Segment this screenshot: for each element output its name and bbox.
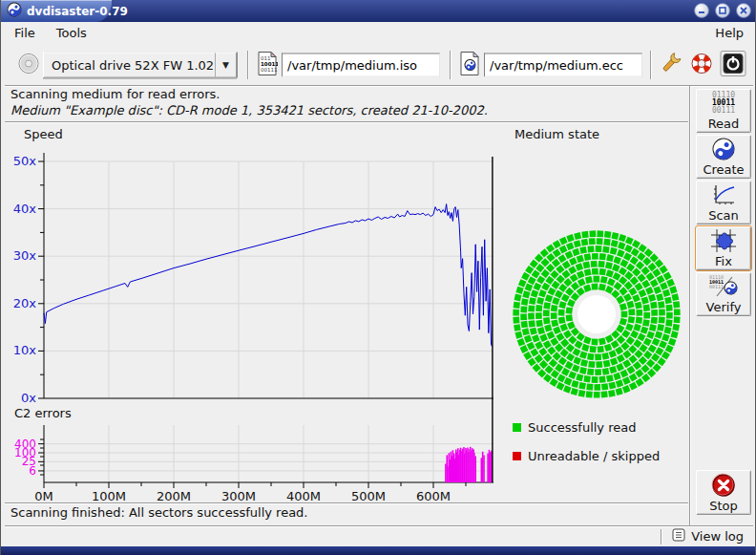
maximize-icon	[718, 6, 727, 15]
window-title: dvdisaster-0.79	[27, 5, 128, 18]
separator	[5, 502, 688, 504]
menu-help[interactable]: Help	[713, 24, 746, 42]
status-line-medium-info: Medium "Example disc": CD-R mode 1, 3534…	[10, 103, 688, 117]
statusbar: View log	[5, 525, 753, 546]
legend-item-unreadable: Unreadable / skipped	[513, 448, 660, 463]
svg-text:500M: 500M	[351, 489, 386, 502]
read-binary-icon: 011101001100111	[697, 90, 750, 117]
menu-tools[interactable]: Tools	[54, 24, 89, 42]
minimize-icon	[697, 6, 706, 15]
legend-item-read: Successfully read	[513, 419, 660, 435]
status-header: Scanning medium for read errors. Medium …	[5, 87, 688, 121]
stop-button-label: Stop	[709, 499, 738, 513]
scan-button-label: Scan	[708, 208, 739, 223]
svg-text:600M: 600M	[416, 489, 451, 502]
verify-compare-icon: 011101001100111	[697, 273, 750, 300]
minimize-button[interactable]	[694, 3, 709, 18]
toolbar-separator	[247, 51, 249, 79]
title-tab: dvdisaster-0.79	[1, 0, 112, 22]
action-sidebar: 011101001100111 Read Create Scan	[690, 86, 753, 525]
toolbar-separator	[450, 51, 452, 79]
optical-disc-icon	[18, 53, 39, 76]
svg-text:200M: 200M	[157, 489, 191, 502]
app-logo-yinyang-icon	[7, 2, 22, 20]
fix-button[interactable]: Fix	[696, 226, 751, 270]
verify-button[interactable]: 011101001100111 Verify	[696, 272, 751, 316]
legend-swatch-red	[513, 452, 521, 460]
svg-text:300M: 300M	[221, 489, 256, 502]
drive-selector[interactable]: Optical drive 52X FW 1.02 ▼	[43, 52, 237, 77]
toolbar: Optical drive 52X FW 1.02 ▼ 011 10011 00…	[5, 44, 753, 85]
create-button[interactable]: Create	[696, 135, 751, 179]
ecc-path-input[interactable]	[484, 53, 642, 76]
app-window: dvdisaster-0.79 File Tools Help Optical …	[0, 0, 756, 555]
svg-text:400: 400	[14, 438, 36, 451]
medium-state-legend: Successfully read Unreadable / skipped	[513, 419, 660, 477]
svg-text:20x: 20x	[13, 296, 37, 310]
quit-power-button[interactable]	[720, 50, 746, 79]
scan-result-text: Scanning finished: All sectors successfu…	[10, 505, 308, 520]
c2-errors-title: C2 errors	[14, 406, 72, 420]
toolbar-separator	[650, 51, 652, 79]
speed-chart-title: Speed	[24, 127, 63, 141]
svg-text:40x: 40x	[13, 202, 37, 216]
stop-icon	[697, 471, 750, 499]
legend-label-unreadable: Unreadable / skipped	[528, 449, 660, 463]
read-button[interactable]: 011101001100111 Read	[696, 89, 751, 133]
scan-graph-icon	[697, 181, 750, 208]
read-button-label: Read	[708, 117, 740, 131]
stop-button[interactable]: Stop	[696, 470, 751, 515]
svg-text:10x: 10x	[13, 343, 37, 357]
view-log-button[interactable]: View log	[691, 529, 744, 544]
svg-text:0x: 0x	[21, 391, 36, 405]
iso-path-input[interactable]	[282, 53, 440, 76]
titlebar[interactable]: dvdisaster-0.79	[1, 0, 756, 22]
svg-text:0M: 0M	[34, 489, 53, 502]
preferences-wrench-button[interactable]	[658, 51, 682, 78]
legend-swatch-green	[513, 423, 521, 432]
fix-button-label: Fix	[715, 254, 732, 268]
svg-text:30x: 30x	[13, 248, 37, 263]
drive-selector-value: Optical drive 52X FW 1.02	[44, 57, 215, 72]
status-line-action: Scanning medium for read errors.	[10, 87, 688, 101]
create-yinyang-icon	[697, 136, 750, 162]
main-area: 0x10x20x30x40x50x0M100M200M300M400M500M6…	[5, 122, 690, 502]
fix-puzzle-icon	[697, 227, 750, 254]
close-icon	[739, 6, 748, 15]
legend-label-read: Successfully read	[528, 420, 636, 435]
svg-text:400M: 400M	[286, 489, 321, 502]
power-icon	[720, 50, 746, 76]
medium-state-disc	[513, 230, 680, 397]
svg-text:100M: 100M	[92, 489, 126, 502]
svg-text:50x: 50x	[13, 154, 37, 168]
verify-button-label: Verify	[706, 300, 742, 314]
maximize-button[interactable]	[715, 3, 730, 18]
svg-text:00111: 00111	[261, 66, 278, 72]
chevron-down-icon: ▼	[215, 53, 236, 76]
view-log-icon	[672, 528, 685, 544]
wrench-icon	[658, 51, 682, 75]
lifesaver-icon	[689, 51, 714, 75]
menubar: File Tools Help	[5, 22, 753, 44]
iso-file-icon: 011 10011 00111	[257, 51, 278, 78]
help-lifesaver-button[interactable]	[689, 51, 714, 78]
menu-file[interactable]: File	[12, 24, 37, 42]
medium-state-title: Medium state	[514, 127, 599, 141]
scan-button[interactable]: Scan	[696, 181, 751, 224]
ecc-file-icon	[459, 51, 480, 78]
close-button[interactable]	[736, 3, 751, 18]
create-button-label: Create	[703, 162, 744, 177]
window-bottom-border	[1, 546, 756, 555]
statusbar-divider	[661, 529, 662, 544]
